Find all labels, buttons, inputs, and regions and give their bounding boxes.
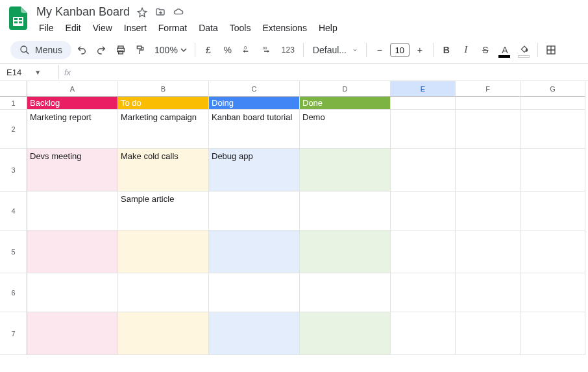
cell[interactable] xyxy=(118,312,209,355)
text-color-button[interactable]: A xyxy=(496,41,514,59)
cell[interactable]: Marketing campaign xyxy=(118,110,209,149)
row-header[interactable]: 6 xyxy=(0,273,27,312)
document-title[interactable]: My Kanban Board xyxy=(36,5,130,19)
menu-format[interactable]: Format xyxy=(153,20,192,36)
cell[interactable] xyxy=(27,192,118,230)
cell[interactable] xyxy=(300,312,391,355)
select-all-corner[interactable] xyxy=(0,81,27,97)
cell[interactable]: Doing xyxy=(209,97,300,110)
cell[interactable] xyxy=(521,273,585,312)
cell[interactable]: Debug app xyxy=(209,149,300,192)
cell[interactable] xyxy=(456,273,521,312)
column-header[interactable]: G xyxy=(521,81,585,97)
cell[interactable] xyxy=(118,273,209,312)
row-header[interactable]: 5 xyxy=(0,230,27,273)
cell[interactable] xyxy=(209,273,300,312)
cell[interactable] xyxy=(300,230,391,273)
cloud-icon[interactable] xyxy=(173,7,184,18)
menu-view[interactable]: View xyxy=(88,20,117,36)
cell[interactable] xyxy=(27,230,118,273)
cell[interactable] xyxy=(209,312,300,355)
cell[interactable]: Done xyxy=(300,97,391,110)
cell[interactable]: Devs meeting xyxy=(27,149,118,192)
italic-button[interactable]: I xyxy=(457,41,475,59)
cell[interactable] xyxy=(521,312,585,355)
name-box[interactable]: E14▼ xyxy=(0,68,56,77)
font-size-input[interactable]: 10 xyxy=(390,43,410,57)
decrease-font-size-button[interactable]: − xyxy=(371,41,389,59)
menu-help[interactable]: Help xyxy=(313,20,343,36)
cell[interactable] xyxy=(209,192,300,230)
column-header[interactable]: F xyxy=(456,81,521,97)
number-format-button[interactable]: 123 xyxy=(277,41,299,59)
percent-button[interactable]: % xyxy=(219,41,237,59)
increase-font-size-button[interactable]: + xyxy=(411,41,429,59)
star-icon[interactable] xyxy=(136,7,148,18)
decrease-decimal-button[interactable]: .0 xyxy=(238,41,256,59)
menu-tools[interactable]: Tools xyxy=(225,20,256,36)
cell[interactable]: Demo xyxy=(300,110,391,149)
search-menus[interactable]: Menus xyxy=(10,41,71,59)
column-header[interactable]: E xyxy=(391,81,456,97)
font-select[interactable]: Defaul... xyxy=(308,45,362,55)
menu-extensions[interactable]: Extensions xyxy=(257,20,312,36)
cell[interactable] xyxy=(521,192,585,230)
cell[interactable]: Backlog xyxy=(27,97,118,110)
row-header[interactable]: 7 xyxy=(0,312,27,355)
paint-format-button[interactable] xyxy=(131,41,149,59)
cell[interactable] xyxy=(300,149,391,192)
column-header[interactable]: B xyxy=(118,81,209,97)
cell[interactable] xyxy=(456,110,521,149)
cell[interactable]: Sample article xyxy=(118,192,209,230)
redo-button[interactable] xyxy=(92,41,110,59)
cell[interactable] xyxy=(300,192,391,230)
cell[interactable] xyxy=(456,230,521,273)
menu-edit[interactable]: Edit xyxy=(60,20,86,36)
cell[interactable] xyxy=(391,312,456,355)
cell[interactable] xyxy=(391,192,456,230)
cell[interactable] xyxy=(456,149,521,192)
cell[interactable] xyxy=(118,230,209,273)
bold-button[interactable]: B xyxy=(437,41,456,59)
cell[interactable] xyxy=(27,312,118,355)
menu-insert[interactable]: Insert xyxy=(119,20,152,36)
cell[interactable]: Kanban board tutorial xyxy=(209,110,300,149)
cell[interactable] xyxy=(521,149,585,192)
zoom-select[interactable]: 100% xyxy=(151,45,191,55)
menu-data[interactable]: Data xyxy=(193,20,223,36)
cell[interactable] xyxy=(456,97,521,110)
cell[interactable]: Make cold calls xyxy=(118,149,209,192)
column-header[interactable]: A xyxy=(27,81,118,97)
column-header[interactable]: D xyxy=(300,81,391,97)
cell[interactable] xyxy=(300,273,391,312)
cell[interactable]: Marketing report xyxy=(27,110,118,149)
cell[interactable] xyxy=(27,273,118,312)
move-icon[interactable] xyxy=(154,7,166,18)
cell[interactable] xyxy=(391,230,456,273)
fill-color-button[interactable] xyxy=(515,41,533,59)
currency-button[interactable]: £ xyxy=(199,41,217,59)
menu-file[interactable]: File xyxy=(34,20,59,36)
increase-decimal-button[interactable]: .00 xyxy=(258,41,276,59)
row-header[interactable]: 3 xyxy=(0,149,27,192)
strikethrough-button[interactable]: S xyxy=(476,41,495,59)
sheets-logo[interactable] xyxy=(5,5,31,31)
borders-button[interactable] xyxy=(542,41,560,59)
cell[interactable] xyxy=(391,110,456,149)
cell[interactable] xyxy=(456,312,521,355)
row-header[interactable]: 4 xyxy=(0,192,27,230)
print-button[interactable] xyxy=(112,41,130,59)
cell[interactable] xyxy=(456,192,521,230)
formula-bar[interactable] xyxy=(75,64,588,81)
cell[interactable]: To do xyxy=(118,97,209,110)
cell[interactable] xyxy=(521,97,585,110)
row-header[interactable]: 2 xyxy=(0,110,27,149)
cell[interactable] xyxy=(521,110,585,149)
cell[interactable] xyxy=(391,149,456,192)
cell[interactable] xyxy=(209,230,300,273)
cell[interactable] xyxy=(391,273,456,312)
cell[interactable] xyxy=(391,97,456,110)
undo-button[interactable] xyxy=(73,41,91,59)
column-header[interactable]: C xyxy=(209,81,300,97)
row-header[interactable]: 1 xyxy=(0,97,27,110)
